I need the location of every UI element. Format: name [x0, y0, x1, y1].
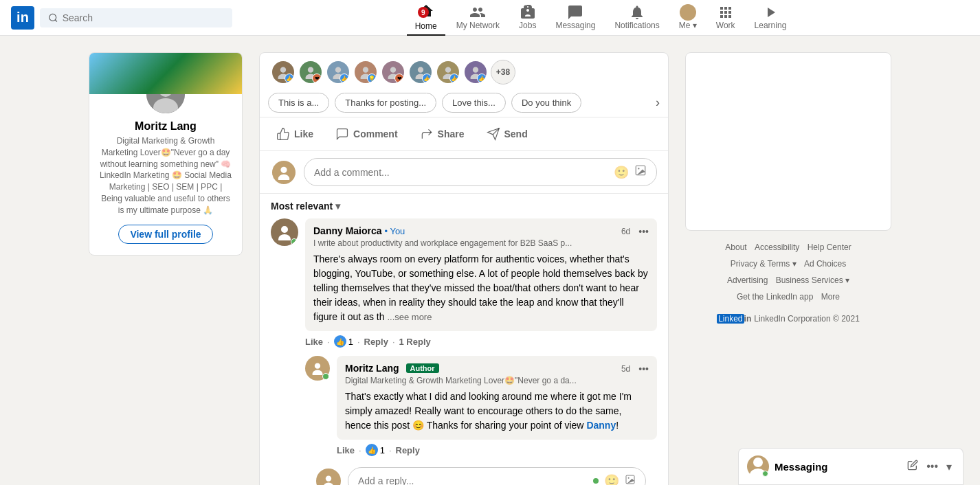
suggestion-pill-1[interactable]: This is a...: [268, 93, 329, 113]
reply-emoji-button[interactable]: 🙂: [604, 473, 619, 485]
moritz-reply-header: Moritz Lang Author 5d •••: [345, 363, 649, 374]
reply-image-button[interactable]: [625, 474, 636, 486]
footer-get-app[interactable]: Get the LinkedIn app: [737, 292, 813, 302]
commenter-avatar: [271, 159, 297, 185]
footer-business[interactable]: Business Services ▾: [776, 275, 849, 285]
image-button[interactable]: [634, 164, 647, 180]
moritz-reply-actions: Like · 👍 1 · Reply: [337, 444, 657, 456]
footer-help[interactable]: Help Center: [808, 242, 851, 252]
footer-privacy[interactable]: Privacy & Terms ▾: [731, 259, 797, 269]
nav-notifications-label: Notifications: [614, 21, 659, 30]
nav-item-network[interactable]: My Network: [448, 0, 508, 36]
dot-1: ·: [327, 337, 330, 347]
linkedin-copyright: Linkedin LinkedIn Corporation © 2021: [685, 311, 891, 327]
moritz-more-button[interactable]: •••: [638, 363, 649, 374]
svg-point-24: [278, 174, 290, 179]
messaging-collapse-button[interactable]: ▾: [944, 458, 955, 475]
profile-name: Moritz Lang: [89, 120, 242, 133]
page-layout: Moritz Lang Digital Marketing & Growth M…: [78, 36, 902, 485]
search-bar[interactable]: [40, 8, 232, 27]
moritz-reply-tagline: Digital Marketing & Growth Marketing Lov…: [345, 376, 649, 385]
search-input[interactable]: [63, 12, 224, 23]
comment-button[interactable]: Comment: [324, 120, 409, 148]
nav-item-jobs[interactable]: Jobs: [511, 0, 544, 36]
comment-thread: Danny Maiorca • You 6d ••• I write about…: [260, 218, 668, 485]
reply-online-dot: [593, 478, 599, 484]
danny-comment-header: Danny Maiorca • You 6d •••: [313, 225, 649, 237]
action-bar: Like Comment Share: [260, 117, 668, 151]
reply-input[interactable]: [358, 475, 588, 485]
suggestion-pill-3[interactable]: Love this...: [442, 93, 506, 113]
profile-card: Moritz Lang Digital Marketing & Growth M…: [89, 52, 243, 256]
reply-input-area: 🙂: [305, 463, 657, 485]
me-avatar: [680, 4, 696, 21]
svg-point-0: [49, 14, 56, 21]
svg-point-7: [308, 67, 313, 73]
reactor-avatar-3: 👍: [326, 60, 350, 84]
more-reactions-count[interactable]: +38: [491, 60, 515, 84]
suggestion-pill-2[interactable]: Thanks for posting...: [335, 93, 436, 113]
nav-item-learning[interactable]: Learning: [746, 0, 795, 36]
moritz-like-number: 1: [380, 445, 385, 455]
send-icon: [487, 127, 500, 141]
svg-point-5: [280, 67, 286, 73]
nav-item-me[interactable]: Me ▾: [671, 0, 705, 36]
danny-avatar: [271, 218, 298, 246]
footer-advertising[interactable]: Advertising: [727, 275, 768, 285]
reaction-badge-1: 👍: [285, 74, 294, 83]
reply-input-box[interactable]: 🙂: [348, 467, 646, 485]
comment-input-box[interactable]: 🙂: [304, 158, 657, 186]
danny-like-count: 👍 1: [334, 335, 353, 348]
like-button[interactable]: Like: [265, 120, 324, 148]
send-label: Send: [504, 128, 528, 139]
moritz-like-icon: 👍: [366, 444, 378, 456]
reply-input-avatar: [316, 469, 341, 485]
moritz-reply-avatar: [305, 356, 330, 381]
danny-reply-count[interactable]: 1 Reply: [399, 337, 431, 347]
footer-accessibility[interactable]: Accessibility: [755, 242, 799, 252]
navbar: in 9 Home My Network: [0, 0, 980, 36]
reactor-avatar-5: ❤: [381, 60, 405, 84]
reactor-avatar-1: 👍: [271, 60, 296, 84]
moritz-mention-danny[interactable]: Danny: [586, 420, 616, 431]
footer-about[interactable]: About: [725, 242, 746, 252]
svg-point-9: [335, 67, 341, 73]
footer-more[interactable]: More: [821, 292, 840, 302]
sort-label: Most relevant: [271, 201, 333, 212]
svg-point-17: [445, 67, 451, 73]
nav-item-messaging[interactable]: Messaging: [547, 0, 603, 36]
comment-input[interactable]: [314, 167, 608, 178]
reactor-avatar-8: 👍: [463, 60, 488, 84]
svg-point-27: [281, 226, 288, 233]
sort-chevron-icon[interactable]: ▾: [335, 201, 340, 212]
share-icon: [420, 127, 434, 141]
messaging-header[interactable]: Messaging ••• ▾: [739, 449, 963, 485]
danny-like-button[interactable]: Like: [305, 337, 323, 347]
danny-reply-button[interactable]: Reply: [364, 337, 388, 347]
moritz-like-button[interactable]: Like: [337, 445, 355, 455]
footer-ad-choices[interactable]: Ad Choices: [804, 259, 846, 269]
nav-item-work[interactable]: Work: [708, 0, 744, 36]
danny-you-tag: • You: [384, 226, 405, 236]
reply-item-moritz: Moritz Lang Author 5d ••• Digital Market…: [305, 356, 657, 456]
messaging-icon: [567, 4, 583, 21]
share-button[interactable]: Share: [409, 120, 476, 148]
messaging-more-button[interactable]: •••: [924, 458, 941, 475]
view-profile-button[interactable]: View full profile: [118, 225, 212, 244]
moritz-reply-body: Moritz Lang Author 5d ••• Digital Market…: [337, 356, 657, 440]
suggestion-pill-4[interactable]: Do you think: [511, 93, 581, 113]
nav-item-home[interactable]: 9 Home: [407, 0, 445, 36]
danny-see-more[interactable]: ...see more: [387, 312, 432, 322]
danny-more-button[interactable]: •••: [638, 226, 649, 237]
reaction-badge-2: ❤: [312, 74, 322, 83]
moritz-like-count: 👍 1: [366, 444, 385, 456]
svg-point-34: [628, 477, 630, 478]
moritz-reply-button[interactable]: Reply: [396, 445, 420, 455]
svg-point-19: [473, 67, 478, 73]
nav-item-notifications[interactable]: Notifications: [606, 0, 667, 36]
svg-point-31: [326, 476, 331, 482]
emoji-button[interactable]: 🙂: [614, 165, 629, 180]
send-button[interactable]: Send: [476, 120, 539, 148]
suggestions-chevron-icon[interactable]: ›: [656, 95, 660, 110]
messaging-compose-button[interactable]: [904, 458, 921, 475]
